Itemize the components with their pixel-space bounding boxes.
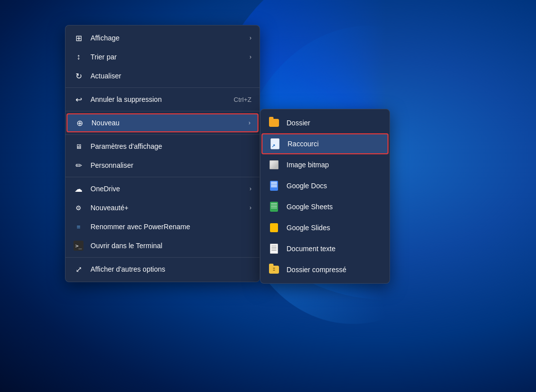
separator-5 bbox=[66, 257, 260, 258]
submenu-label-bitmap: Image bitmap bbox=[286, 161, 329, 169]
refresh-icon: ↻ bbox=[74, 71, 84, 81]
submenu-item-gsheets[interactable]: Google Sheets bbox=[260, 196, 390, 217]
submenu-label-textdoc: Document texte bbox=[286, 245, 336, 253]
terminal-icon: >_ bbox=[74, 241, 84, 251]
menu-label-renommer: Renommer avec PowerRename bbox=[90, 223, 252, 231]
menu-label-annuler: Annuler la suppression bbox=[90, 95, 226, 103]
menu-label-affichage: Affichage bbox=[90, 34, 242, 42]
menu-label-personnaliser: Personnaliser bbox=[90, 161, 252, 169]
menu-label-onedrive: OneDrive bbox=[90, 185, 242, 193]
display-icon: 🖥 bbox=[74, 141, 84, 151]
submenu: Dossier Raccourci Image bitmap bbox=[260, 109, 390, 284]
menu-label-nouveau: Nouveau bbox=[92, 119, 242, 127]
menu-label-options: Afficher d'autres options bbox=[90, 265, 252, 273]
shortcut-file-icon bbox=[270, 138, 280, 149]
sort-icon: ↕ bbox=[74, 52, 84, 62]
grid-icon: ⊞ bbox=[74, 33, 84, 43]
submenu-item-bitmap[interactable]: Image bitmap bbox=[260, 154, 390, 175]
submenu-item-raccourci[interactable]: Raccourci bbox=[262, 133, 388, 154]
menu-item-trier[interactable]: ↕ Trier par › bbox=[66, 47, 260, 66]
menu-item-annuler[interactable]: ↩ Annuler la suppression Ctrl+Z bbox=[66, 90, 260, 109]
separator-4 bbox=[66, 177, 260, 177]
submenu-item-textdoc[interactable]: Document texte bbox=[260, 238, 390, 259]
context-menu-wrapper: ⊞ Affichage › ↕ Trier par › ↻ Actualiser… bbox=[65, 25, 390, 284]
menu-item-options[interactable]: ⤢ Afficher d'autres options bbox=[66, 260, 260, 279]
rename-icon: ≡ bbox=[74, 222, 84, 232]
separator-2 bbox=[66, 111, 260, 111]
folder-icon bbox=[268, 117, 280, 128]
submenu-item-gslides[interactable]: Google Slides bbox=[260, 217, 390, 238]
desktop: ⊞ Affichage › ↕ Trier par › ↻ Actualiser… bbox=[0, 0, 536, 392]
submenu-label-zip: Dossier compressé bbox=[286, 266, 346, 274]
menu-label-parametres: Paramètres d'affichage bbox=[90, 142, 252, 150]
separator-1 bbox=[66, 87, 260, 88]
menu-label-trier: Trier par bbox=[90, 53, 242, 61]
menu-item-actualiser[interactable]: ↻ Actualiser bbox=[66, 66, 260, 85]
submenu-item-zip[interactable]: Dossier compressé bbox=[260, 259, 390, 280]
menu-item-onedrive[interactable]: ☁ OneDrive › bbox=[66, 179, 260, 198]
new-icon: ⊕ bbox=[74, 118, 84, 128]
cloud-icon: ☁ bbox=[74, 184, 84, 194]
chevron-icon: › bbox=[250, 34, 252, 41]
submenu-label-dossier: Dossier bbox=[286, 119, 310, 127]
bitmap-icon bbox=[268, 159, 280, 170]
submenu-label-gslides: Google Slides bbox=[286, 224, 330, 232]
menu-label-nouveaute: Nouveauté+ bbox=[90, 204, 242, 212]
separator-3 bbox=[66, 134, 260, 135]
submenu-label-gdocs: Google Docs bbox=[286, 182, 327, 190]
undo-icon: ↩ bbox=[74, 94, 84, 104]
newplus-icon: ⚙ bbox=[74, 203, 84, 213]
gsheets-icon bbox=[268, 201, 280, 212]
submenu-item-gdocs[interactable]: Google Docs bbox=[260, 175, 390, 196]
menu-item-personnaliser[interactable]: ✏ Personnaliser bbox=[66, 156, 260, 175]
menu-item-terminal[interactable]: >_ Ouvrir dans le Terminal bbox=[66, 236, 260, 255]
chevron-icon-trier: › bbox=[250, 53, 252, 60]
chevron-icon-nouveaute: › bbox=[250, 204, 252, 211]
menu-label-terminal: Ouvrir dans le Terminal bbox=[90, 242, 252, 250]
submenu-item-dossier[interactable]: Dossier bbox=[260, 112, 390, 133]
chevron-icon-nouveau: › bbox=[248, 119, 250, 126]
menu-label-actualiser: Actualiser bbox=[90, 72, 252, 80]
shortcut-annuler: Ctrl+Z bbox=[234, 96, 252, 103]
submenu-label-gsheets: Google Sheets bbox=[286, 203, 333, 211]
submenu-label-raccourci: Raccourci bbox=[288, 140, 318, 148]
gslides-icon bbox=[268, 222, 280, 233]
zip-icon bbox=[268, 264, 280, 275]
menu-item-nouveaute[interactable]: ⚙ Nouveauté+ › bbox=[66, 198, 260, 217]
menu-item-renommer[interactable]: ≡ Renommer avec PowerRename bbox=[66, 217, 260, 236]
context-menu: ⊞ Affichage › ↕ Trier par › ↻ Actualiser… bbox=[65, 25, 260, 282]
options-icon: ⤢ bbox=[74, 264, 84, 274]
textdoc-icon bbox=[268, 243, 280, 254]
gdocs-icon bbox=[268, 180, 280, 191]
chevron-icon-onedrive: › bbox=[250, 185, 252, 192]
menu-item-nouveau[interactable]: ⊕ Nouveau › bbox=[66, 113, 258, 132]
menu-item-affichage[interactable]: ⊞ Affichage › bbox=[66, 28, 260, 47]
pen-icon: ✏ bbox=[74, 160, 84, 170]
menu-item-parametres[interactable]: 🖥 Paramètres d'affichage bbox=[66, 137, 260, 156]
